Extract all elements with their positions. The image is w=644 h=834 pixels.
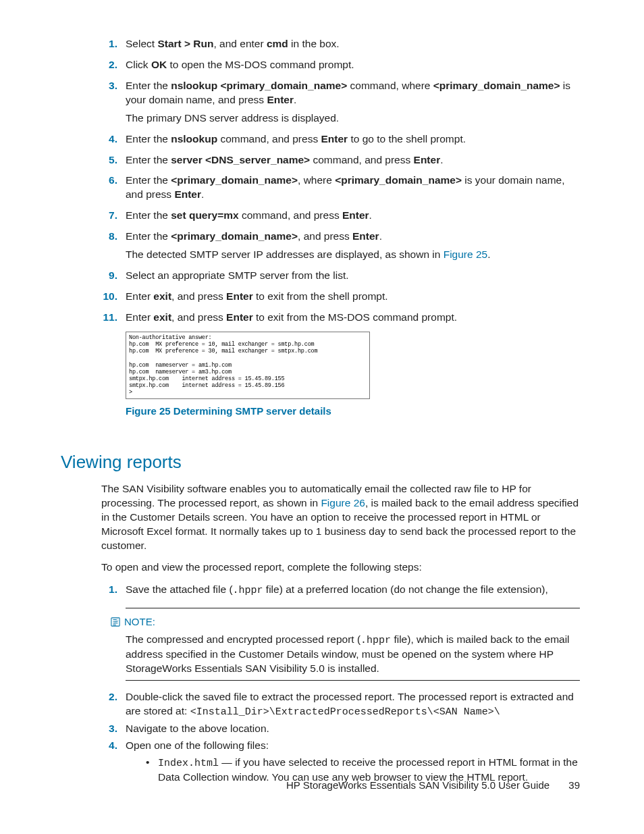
step-text: Select an appropriate SMTP server from t… [126, 269, 580, 283]
step-text: Select Start > Run, and enter cmd in the… [126, 37, 580, 51]
step-text: Enter the nslookup command, and press En… [126, 132, 580, 147]
step-item: 11.Enter exit, and press Enter to exit f… [101, 311, 580, 325]
step-number: 11. [101, 311, 117, 325]
page-number: 39 [568, 779, 580, 791]
steps-list-2a: 1.Save the attached file (.hppr file) at… [101, 583, 580, 598]
step-text: Double-click the saved file to extract t… [126, 690, 580, 719]
steps-list-1: 1.Select Start > Run, and enter cmd in t… [101, 37, 580, 325]
figure-25-box: Non-authoritative answer: hp.com MX pref… [126, 332, 370, 399]
step-item: 2.Double-click the saved file to extract… [101, 690, 580, 719]
step-text: Save the attached file (.hppr file) at a… [126, 583, 580, 598]
steps-list-2b: 2.Double-click the saved file to extract… [101, 690, 580, 785]
step-number: 3. [101, 79, 117, 93]
step-number: 10. [101, 290, 117, 304]
step-item: 6.Enter the <primary_domain_name>, where… [101, 174, 580, 202]
note-text: The compressed and encrypted processed r… [126, 633, 580, 676]
step-item: 7.Enter the set query=mx command, and pr… [101, 209, 580, 223]
footer-text: HP StorageWorks Essentials SAN Visibilit… [286, 779, 549, 791]
step-number: 5. [101, 153, 117, 167]
page-footer: HP StorageWorks Essentials SAN Visibilit… [286, 779, 580, 792]
step-extra: The detected SMTP server IP addresses ar… [126, 248, 580, 262]
section-heading-viewing-reports: Viewing reports [61, 450, 580, 474]
step-item: 8.Enter the <primary_domain_name>, and p… [101, 230, 580, 262]
note-block: NOTE: The compressed and encrypted proce… [126, 608, 580, 681]
step-number: 7. [101, 209, 117, 223]
step-text: Enter the set query=mx command, and pres… [126, 209, 580, 223]
step-text: Enter the <primary_domain_name>, and pre… [126, 230, 580, 244]
note-heading: NOTE: [111, 615, 580, 629]
step-item: 3.Navigate to the above location. [101, 722, 580, 736]
step-text: Enter exit, and press Enter to exit from… [126, 311, 580, 325]
step-number: 6. [101, 174, 117, 188]
step-item: 5.Enter the server <DNS_server_name> com… [101, 153, 580, 167]
note-icon [111, 617, 120, 627]
step-text: Open one of the following files: [126, 739, 580, 753]
step-number: 4. [101, 132, 117, 147]
figure-25-caption: Figure 25 Determining SMTP server detail… [126, 405, 580, 418]
section-paragraph-1: The SAN Visibility software enables you … [101, 482, 580, 553]
step-number: 1. [101, 37, 117, 51]
note-rule-top [126, 608, 580, 608]
step-text: Enter the <primary_domain_name>, where <… [126, 174, 580, 202]
step-item: 3.Enter the nslookup <primary_domain_nam… [101, 79, 580, 126]
step-item: 2.Click OK to open the MS-DOS command pr… [101, 58, 580, 72]
step-item: 1.Save the attached file (.hppr file) at… [101, 583, 580, 598]
step-extra: The primary DNS server address is displa… [126, 111, 580, 126]
step-number: 8. [101, 230, 117, 244]
note-label: NOTE: [124, 615, 155, 629]
step-number: 3. [101, 722, 117, 736]
section-paragraph-2: To open and view the processed report, c… [101, 561, 580, 575]
step-number: 4. [101, 739, 117, 753]
step-number: 9. [101, 269, 117, 283]
step-number: 2. [101, 58, 117, 72]
step-number: 2. [101, 690, 117, 704]
step-item: 9.Select an appropriate SMTP server from… [101, 269, 580, 283]
step-text: Enter the server <DNS_server_name> comma… [126, 153, 580, 167]
step-item: 10.Enter exit, and press Enter to exit f… [101, 290, 580, 304]
step-text: Enter exit, and press Enter to exit from… [126, 290, 580, 304]
step-item: 4.Enter the nslookup command, and press … [101, 132, 580, 147]
step-text: Navigate to the above location. [126, 722, 580, 736]
step-text: Click OK to open the MS-DOS command prom… [126, 58, 580, 72]
step-text: Enter the nslookup <primary_domain_name>… [126, 79, 580, 107]
note-rule-bottom [126, 680, 580, 681]
step-item: 1.Select Start > Run, and enter cmd in t… [101, 37, 580, 51]
step-number: 1. [101, 583, 117, 597]
